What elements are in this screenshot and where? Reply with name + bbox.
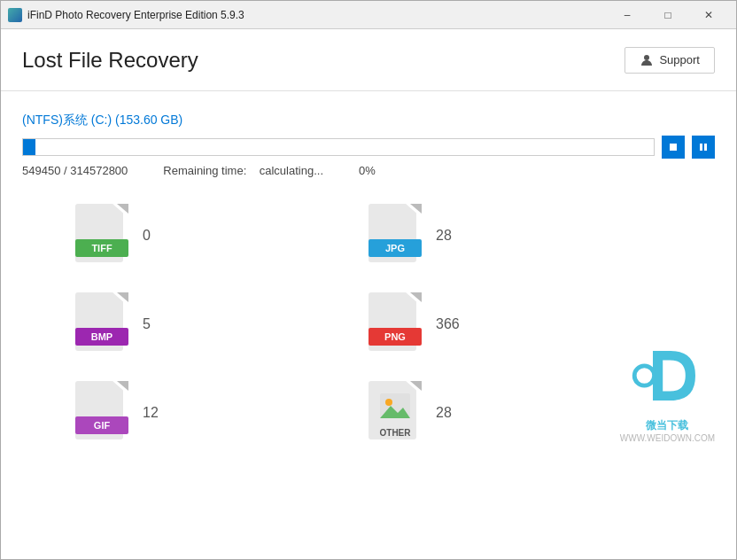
file-type-jpg: JPG 28 xyxy=(368,204,662,268)
title-bar: iFinD Photo Recovery Enterprise Edition … xyxy=(1,1,736,29)
svg-rect-1 xyxy=(670,144,677,151)
watermark-logo-icon xyxy=(632,340,702,411)
user-icon xyxy=(640,53,654,67)
page-title: Lost File Recovery xyxy=(22,48,198,73)
file-type-png: PNG 366 xyxy=(368,292,662,356)
watermark-text: 微当下载 xyxy=(620,418,715,433)
pause-icon xyxy=(699,143,708,152)
drive-label: (NTFS)系统 (C:) (153.60 GB) xyxy=(22,113,715,128)
progress-bar-fill xyxy=(23,139,35,155)
percent-label: 0% xyxy=(359,164,376,177)
other-icon: OTHER xyxy=(368,381,422,445)
svg-point-0 xyxy=(644,55,649,60)
jpg-count: 28 xyxy=(436,228,471,244)
watermark: 微当下载 WWW.WEIDOWN.COM xyxy=(620,340,715,443)
maximize-button[interactable]: □ xyxy=(648,1,688,29)
watermark-url: WWW.WEIDOWN.COM xyxy=(620,433,715,443)
gif-label: GIF xyxy=(75,416,128,434)
jpg-icon: JPG xyxy=(368,204,422,268)
jpg-label: JPG xyxy=(368,239,422,257)
bmp-label: BMP xyxy=(75,328,128,346)
window-controls: – □ ✕ xyxy=(607,1,729,29)
file-counter: 549450 / 314572800 xyxy=(22,164,128,177)
png-icon: PNG xyxy=(368,292,422,356)
file-type-gif: GIF 12 xyxy=(75,381,368,445)
main-content: (NTFS)系统 (C:) (153.60 GB) 549450 / 31457… xyxy=(1,91,736,470)
bmp-icon: BMP xyxy=(75,292,128,356)
svg-rect-2 xyxy=(700,144,702,151)
tiff-label: TIFF xyxy=(75,239,128,257)
svg-point-7 xyxy=(635,366,655,385)
app-title: iFinD Photo Recovery Enterprise Edition … xyxy=(27,9,607,21)
support-button[interactable]: Support xyxy=(625,47,715,74)
close-button[interactable]: ✕ xyxy=(688,1,729,29)
stop-icon xyxy=(669,143,678,152)
header: Lost File Recovery Support xyxy=(1,29,736,91)
tiff-count: 0 xyxy=(143,228,178,244)
progress-row xyxy=(22,136,715,159)
progress-bar-container xyxy=(22,138,655,156)
status-row: 549450 / 314572800 Remaining time: calcu… xyxy=(22,164,715,177)
png-label: PNG xyxy=(368,328,422,346)
file-type-bmp: BMP 5 xyxy=(75,292,368,356)
tiff-icon: TIFF xyxy=(75,204,128,268)
file-type-tiff: TIFF 0 xyxy=(75,204,368,268)
app-icon xyxy=(8,8,22,22)
stop-button[interactable] xyxy=(662,136,685,159)
file-type-other: OTHER 28 xyxy=(368,381,662,445)
svg-rect-3 xyxy=(704,144,707,151)
gif-icon: GIF xyxy=(75,381,128,445)
minimize-button[interactable]: – xyxy=(607,1,648,29)
gif-count: 12 xyxy=(143,405,178,421)
bmp-count: 5 xyxy=(143,316,178,332)
other-image-icon xyxy=(377,393,413,418)
pause-button[interactable] xyxy=(692,136,715,159)
file-types-grid: TIFF 0 JPG 28 BMP 5 xyxy=(22,204,715,470)
png-count: 366 xyxy=(436,316,471,332)
other-count: 28 xyxy=(436,405,471,421)
other-label: OTHER xyxy=(368,424,422,441)
remaining-time: Remaining time: calculating... xyxy=(163,164,323,177)
svg-point-5 xyxy=(385,399,392,406)
